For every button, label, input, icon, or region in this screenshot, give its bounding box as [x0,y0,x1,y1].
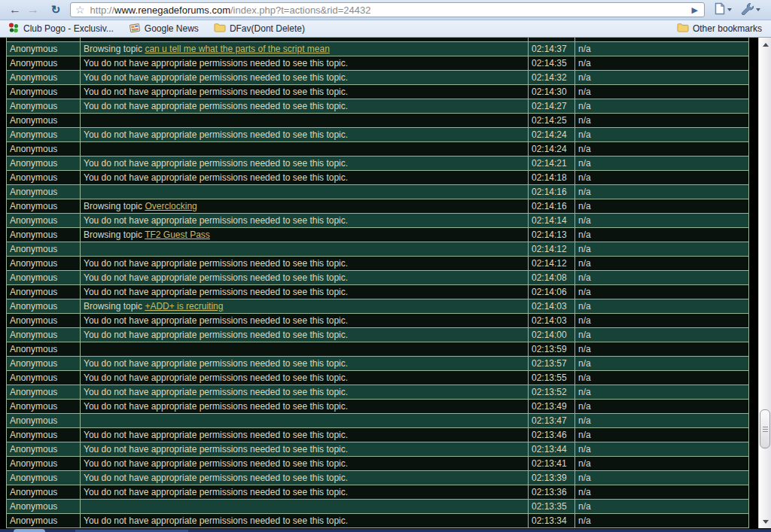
action-cell: You do not have appropriate permissions … [80,171,528,184]
table-row: Anonymous 02:14:25 n/a [7,114,748,128]
time-cell: 02:14:08 [528,271,574,284]
action-cell: You do not have appropriate permissions … [80,357,528,370]
topic-link[interactable]: can u tell me what the parts of the scri… [145,44,329,54]
go-icon[interactable]: ▶ [690,5,699,15]
table-row: Anonymous You do not have appropriate pe… [7,385,748,400]
wrench-menu-button[interactable] [736,2,765,18]
user-cell: Anonymous [7,314,80,327]
topic-link[interactable]: +ADD+ is recruiting [145,301,223,312]
url-path: /index.php?t=actions&rid=24432 [230,5,370,16]
user-cell: Anonymous [7,328,80,342]
user-cell: Anonymous [7,342,80,356]
na-cell: n/a [574,342,748,356]
time-cell: 02:14:00 [528,328,574,342]
start-button-edge [14,529,45,532]
user-cell: Anonymous [7,500,80,513]
table-row: Anonymous You do not have appropriate pe… [7,214,748,228]
time-cell: 02:13:49 [528,400,574,413]
table-row: Anonymous You do not have appropriate pe… [7,357,748,371]
user-cell: Anonymous [7,385,80,399]
action-cell: You do not have appropriate permissions … [80,471,528,485]
table-row: Anonymous You do not have appropriate pe… [7,400,748,414]
time-cell: 02:14:03 [528,299,574,313]
bookmark-club-pogo[interactable]: Club Pogo - Exclusiv... [8,22,114,36]
bookmark-label: DFav(Dont Delete) [230,23,305,34]
bookmark-label: Club Pogo - Exclusiv... [23,23,114,34]
na-cell: n/a [574,271,748,284]
wrench-icon [741,2,754,18]
table-row: Anonymous You do not have appropriate pe… [7,99,748,114]
na-cell: n/a [574,42,748,56]
time-cell: 02:14:16 [528,199,574,213]
time-cell: 02:13:41 [528,457,574,470]
action-cell: You do not have appropriate permissions … [80,485,528,499]
forward-button[interactable]: → [24,2,42,18]
na-cell: n/a [574,371,748,385]
address-bar[interactable]: ☆ http://www.renegadeforums.com/index.ph… [70,2,705,17]
time-cell: 02:14:12 [528,242,574,256]
na-cell: n/a [574,228,748,242]
user-cell: Anonymous [7,299,80,313]
user-cell: Anonymous [7,400,80,413]
action-cell: You do not have appropriate permissions … [80,271,528,284]
action-cell: You do not have appropriate permissions … [80,157,528,170]
na-cell: n/a [574,242,748,256]
table-row: Anonymous Browsing topic Overclocking 02… [7,199,748,214]
scroll-down-button[interactable] [759,515,771,527]
user-cell: Anonymous [7,85,80,99]
user-cell: Anonymous [7,56,80,70]
scroll-up-button[interactable] [759,38,771,50]
topic-link[interactable]: TF2 Guest Pass [145,230,210,240]
scrollbar-thumb[interactable] [760,409,770,448]
table-row: Anonymous You do not have appropriate pe… [7,514,748,528]
user-cell: Anonymous [7,214,80,227]
na-cell: n/a [574,500,748,513]
table-row: Anonymous You do not have appropriate pe… [7,271,748,285]
user-cell: Anonymous [7,442,80,456]
time-cell: 02:14:16 [528,185,574,199]
action-cell: Browsing topic TF2 Guest Pass [80,228,528,242]
table-row: Anonymous You do not have appropriate pe… [7,428,748,442]
user-cell: Anonymous [7,285,80,299]
table-row: Anonymous You do not have appropriate pe… [7,257,748,271]
folder-icon [677,23,689,35]
vertical-scrollbar[interactable] [758,38,771,528]
user-cell: Anonymous [7,257,80,270]
action-cell: You do not have appropriate permissions … [80,457,528,470]
bookmark-label: Google News [145,23,199,34]
na-cell: n/a [574,485,748,499]
action-cell: You do not have appropriate permissions … [80,400,528,413]
table-row: Anonymous You do not have appropriate pe… [7,371,748,385]
user-cell: Anonymous [7,71,80,84]
action-cell: You do not have appropriate permissions … [80,214,528,227]
reload-button[interactable]: ↻ [47,2,65,18]
folder-icon [214,23,226,35]
topic-link[interactable]: Overclocking [145,201,197,211]
user-cell: Anonymous [7,414,80,427]
browsing-prefix: Browsing topic [84,44,145,54]
na-cell: n/a [574,299,748,313]
scroll-down-icon [763,520,769,524]
user-cell: Anonymous [7,157,80,170]
url-text: http://www.renegadeforums.com/index.php?… [90,5,371,16]
action-cell: You do not have appropriate permissions … [80,56,528,70]
na-cell: n/a [574,128,748,141]
action-cell: You do not have appropriate permissions … [80,257,528,270]
action-cell: You do not have appropriate permissions … [80,385,528,399]
bookmark-google-news[interactable]: Google News [129,22,199,36]
action-cell [80,242,528,256]
bookmark-dfav-folder[interactable]: DFav(Dont Delete) [214,23,305,35]
na-cell: n/a [574,400,748,413]
user-cell: Anonymous [7,428,80,442]
page-menu-button[interactable] [710,2,736,18]
bookmark-star-icon[interactable]: ☆ [75,5,85,15]
user-actions-table: Anonymous Browsing topic can u tell me w… [6,38,749,528]
table-row: Anonymous You do not have appropriate pe… [7,442,748,457]
table-row: Anonymous Browsing topic +ADD+ is recrui… [7,299,748,314]
action-cell: Browsing topic +ADD+ is recruiting [80,299,528,313]
action-cell: You do not have appropriate permissions … [80,128,528,141]
time-cell: 02:13:36 [528,485,574,499]
other-bookmarks-button[interactable]: Other bookmarks [677,23,762,35]
action-cell: You do not have appropriate permissions … [80,99,528,113]
back-button[interactable]: ← [6,2,24,18]
